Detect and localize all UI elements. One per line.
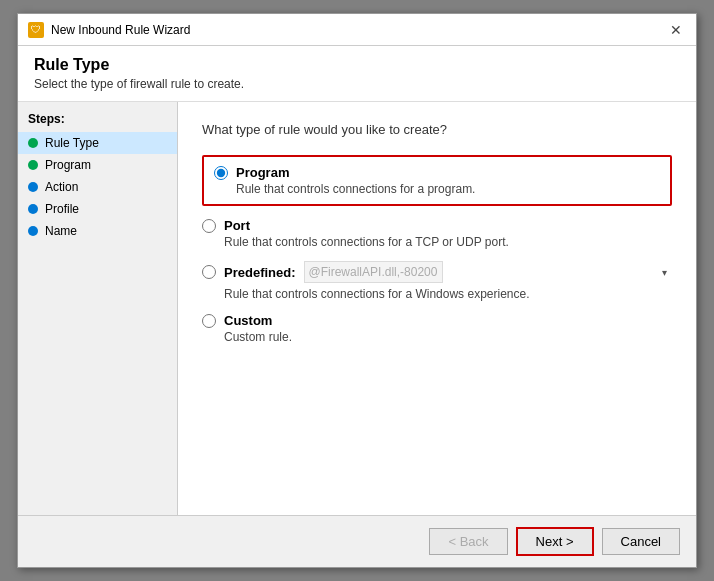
question-text: What type of rule would you like to crea… [202, 122, 672, 137]
back-button[interactable]: < Back [429, 528, 507, 555]
page-header: Rule Type Select the type of firewall ru… [18, 46, 696, 102]
step-dot-profile [28, 204, 38, 214]
sidebar-item-rule-type[interactable]: Rule Type [18, 132, 177, 154]
sidebar-label-rule-type: Rule Type [45, 136, 99, 150]
sidebar-item-name[interactable]: Name [18, 220, 177, 242]
step-dot-program [28, 160, 38, 170]
steps-label: Steps: [18, 112, 177, 132]
next-button[interactable]: Next > [516, 527, 594, 556]
option-custom: Custom Custom rule. [202, 313, 672, 344]
radio-group: Program Rule that controls connections f… [202, 155, 672, 344]
radio-program[interactable] [214, 166, 228, 180]
content-area: Steps: Rule Type Program Action Profile … [18, 102, 696, 515]
predefined-row: Predefined: @FirewallAPI.dll,-80200 [202, 261, 672, 283]
predefined-select-wrapper: @FirewallAPI.dll,-80200 [304, 261, 672, 283]
page-title: Rule Type [34, 56, 680, 74]
predefined-select[interactable]: @FirewallAPI.dll,-80200 [304, 261, 443, 283]
title-bar: 🛡 New Inbound Rule Wizard ✕ [18, 14, 696, 46]
radio-predefined[interactable] [202, 265, 216, 279]
step-dot-rule-type [28, 138, 38, 148]
sidebar: Steps: Rule Type Program Action Profile … [18, 102, 178, 515]
page-subtitle: Select the type of firewall rule to crea… [34, 77, 680, 91]
main-panel: What type of rule would you like to crea… [178, 102, 696, 515]
label-custom: Custom [224, 313, 272, 328]
footer: < Back Next > Cancel [18, 515, 696, 567]
desc-predefined: Rule that controls connections for a Win… [224, 287, 672, 301]
radio-port[interactable] [202, 219, 216, 233]
step-dot-name [28, 226, 38, 236]
window-title: New Inbound Rule Wizard [51, 23, 190, 37]
sidebar-label-program: Program [45, 158, 91, 172]
label-predefined: Predefined: [224, 265, 296, 280]
desc-custom: Custom rule. [224, 330, 672, 344]
option-port-row: Port [202, 218, 672, 233]
step-dot-action [28, 182, 38, 192]
option-program-row: Program [214, 165, 660, 180]
option-port: Port Rule that controls connections for … [202, 218, 672, 249]
desc-port: Rule that controls connections for a TCP… [224, 235, 672, 249]
title-bar-left: 🛡 New Inbound Rule Wizard [28, 22, 190, 38]
sidebar-item-program[interactable]: Program [18, 154, 177, 176]
desc-program: Rule that controls connections for a pro… [236, 182, 660, 196]
cancel-button[interactable]: Cancel [602, 528, 680, 555]
sidebar-item-profile[interactable]: Profile [18, 198, 177, 220]
option-program: Program Rule that controls connections f… [202, 155, 672, 206]
close-button[interactable]: ✕ [666, 20, 686, 40]
sidebar-item-action[interactable]: Action [18, 176, 177, 198]
wizard-icon-symbol: 🛡 [31, 24, 41, 35]
option-predefined: Predefined: @FirewallAPI.dll,-80200 Rule… [202, 261, 672, 301]
label-program: Program [236, 165, 289, 180]
sidebar-label-name: Name [45, 224, 77, 238]
label-port: Port [224, 218, 250, 233]
sidebar-label-action: Action [45, 180, 78, 194]
wizard-icon: 🛡 [28, 22, 44, 38]
radio-custom[interactable] [202, 314, 216, 328]
option-custom-row: Custom [202, 313, 672, 328]
wizard-window: 🛡 New Inbound Rule Wizard ✕ Rule Type Se… [17, 13, 697, 568]
sidebar-label-profile: Profile [45, 202, 79, 216]
